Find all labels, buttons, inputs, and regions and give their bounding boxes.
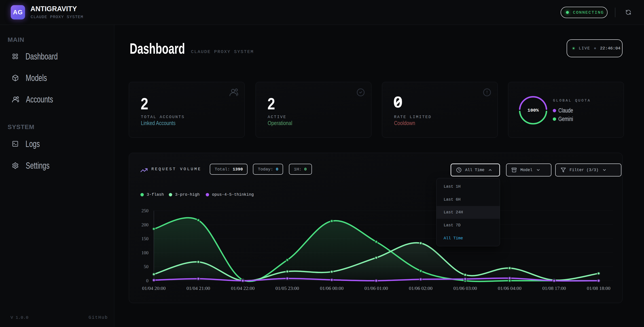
svg-text:01/06 00:00: 01/06 00:00 xyxy=(320,286,344,291)
svg-text:01/04 21:00: 01/04 21:00 xyxy=(186,286,210,291)
svg-text:01/04 22:00: 01/04 22:00 xyxy=(231,286,255,291)
svg-text:50: 50 xyxy=(144,264,148,269)
svg-text:0: 0 xyxy=(146,278,149,284)
svg-text:01/06 04:00: 01/06 04:00 xyxy=(498,286,522,291)
svg-text:250: 250 xyxy=(142,208,149,214)
svg-text:100: 100 xyxy=(142,250,149,256)
svg-text:01/06 01:00: 01/06 01:00 xyxy=(364,286,388,291)
svg-text:01/06 02:00: 01/06 02:00 xyxy=(409,286,433,291)
svg-text:01/06 03:00: 01/06 03:00 xyxy=(453,286,477,291)
svg-text:150: 150 xyxy=(142,236,149,241)
svg-text:200: 200 xyxy=(142,222,149,228)
svg-text:01/08 17:00: 01/08 17:00 xyxy=(542,286,566,291)
svg-text:01/08 18:00: 01/08 18:00 xyxy=(587,286,610,291)
svg-text:01/04 20:00: 01/04 20:00 xyxy=(142,286,166,291)
svg-text:01/05 23:00: 01/05 23:00 xyxy=(276,286,299,291)
